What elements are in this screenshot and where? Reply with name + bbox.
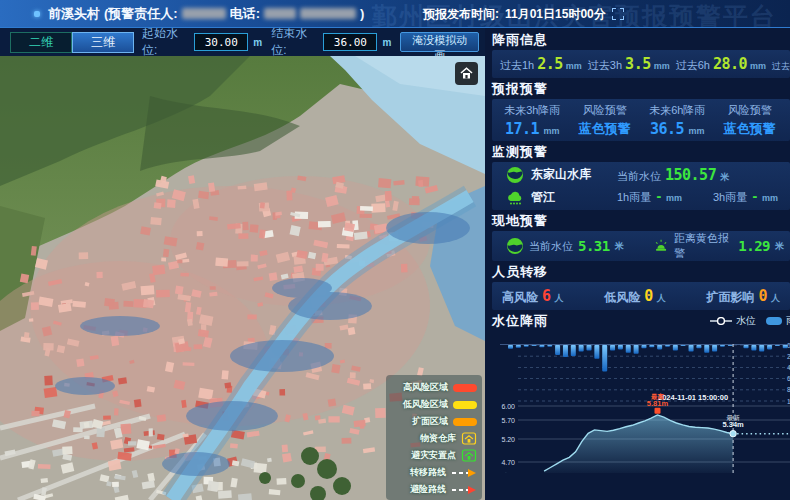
legend-low-risk: 低风险区域 [391,398,477,411]
start-level-label: 起始水位: [142,25,189,59]
flood-simulation-button[interactable]: 淹没模拟动画 [400,32,479,52]
map-legend: 高风险区域 低风险区域 扩面区域 物资仓库 [386,375,482,500]
transfer-panel: 高风险 6 人 低风险 0 人 扩面影响 0 人 [492,282,790,310]
chart-legend: 水位 雨量 [710,314,790,328]
village-title: 前溪头村 (预警责任人: 电话: ) [48,5,364,23]
end-unit: m [382,37,391,48]
svg-text:5.34m: 5.34m [722,420,744,429]
expand-area-swatch [453,418,477,426]
publish-time-value: 11月01日15时00分 [505,6,606,23]
forecast-risk-label-1: 风险预警 [569,103,642,118]
legend-rainfall: 雨量 [766,314,790,328]
legend-water-level: 水位 [710,314,756,328]
legend-high-risk: 高风险区域 [391,381,477,394]
transfer-section-title: 人员转移 [492,263,790,280]
svg-text:5.20: 5.20 [501,436,515,443]
legend-expand-area: 扩面区域 [391,415,477,428]
forecast-panel: 未来3h降雨 风险预警 未来6h降雨 风险预警 17.1 mm 蓝色预警 36.… [492,99,790,141]
chart-header: 水位降雨 水位 雨量 [492,310,790,331]
rain-3h: 过去3h 3.5 mm [588,55,670,73]
blue-warning-badge-1: 蓝色预警 [569,120,642,138]
legend-shelter: 避灾安置点 [391,449,477,462]
shelter-house-icon [461,449,477,462]
water-level-rainfall-chart[interactable]: 6.005.705.204.700204060801002024-11-01 1… [492,331,790,473]
water-level-controls: 起始水位: m 结束水位: m 淹没模拟动画 [142,25,479,59]
transfer-high-risk: 高风险 6 人 [502,287,564,306]
home-icon [460,67,473,80]
water-level-icon [506,237,524,255]
left-column: 二维 三维 起始水位: m 结束水位: m 淹没模拟动画 [0,28,485,500]
svg-text:5.81m: 5.81m [647,399,669,408]
transfer-expand: 扩面影响 0 人 [706,287,780,306]
legend-escape-route: 避险路线 [391,483,477,496]
forecast-section-title: 预报预警 [492,80,790,97]
fullscreen-icon[interactable] [612,8,624,20]
rain-cloud-icon [506,189,524,207]
escape-route-arrow-icon [451,485,477,495]
end-level-label: 结束水位: [271,25,318,59]
map-toolbar: 二维 三维 起始水位: m 结束水位: m 淹没模拟动画 [0,28,485,56]
alarm-siren-icon [653,237,669,255]
start-unit: m [253,37,262,48]
flood-warning-dashboard: 鄞州区村级山洪灾害预报预警平台 前溪头村 (预警责任人: 电话: ) 预报发布时… [0,0,790,500]
chart-section-title: 水位降雨 [492,312,548,329]
onsite-water-level: 当前水位 5.31 米 [506,237,645,255]
responsible-label: (预警责任人: [104,5,178,23]
reservoir-icon [506,166,524,184]
onsite-panel: 当前水位 5.31 米 距离黄色报警 1.29 米 [492,231,790,261]
publish-time-label: 预报发布时间: [423,6,499,23]
forecast-6h-label: 未来6h降雨 [641,103,714,118]
warehouse-icon [461,432,477,445]
monitor-section-title: 监测预警 [492,143,790,160]
top-header: 鄞州区村级山洪灾害预报预警平台 前溪头村 (预警责任人: 电话: ) 预报发布时… [0,0,790,28]
map-home-button[interactable] [455,62,478,85]
water-level-line-icon [710,317,732,325]
monitor-row-reservoir: 东家山水库 当前水位 150.57 米 [506,165,784,185]
publish-time-block: 预报发布时间: 11月01日15时00分 [423,0,624,28]
phone-redacted-1 [264,8,296,19]
forecast-risk-label-2: 风险预警 [714,103,787,118]
station-3h-rain: 3h雨量 - mm [713,190,778,205]
reservoir-level: 当前水位 150.57 米 [617,166,729,184]
start-level-input[interactable] [194,33,248,51]
forecast-3h-value: 17.1 mm [496,120,569,138]
paren-close: ) [360,6,364,21]
svg-text:4.70: 4.70 [501,459,515,466]
onsite-alarm-distance: 距离黄色报警 1.29 米 [653,231,784,261]
low-risk-swatch [453,401,477,409]
rainfall-panel: 过去1h 2.5 mm 过去3h 3.5 mm 过去6h 28.0 mm 过去2… [492,50,790,78]
station-1h-rain: 1h雨量 - mm [617,190,713,205]
blue-warning-badge-2: 蓝色预警 [714,120,787,138]
monitor-row-station: 管江 1h雨量 - mm 3h雨量 - mm [506,188,784,208]
monitor-panel: 东家山水库 当前水位 150.57 米 管江 1h雨量 - [492,162,790,210]
rain-24h: 过去24h 220.0 mm [772,55,790,73]
tab-3d[interactable]: 三维 [72,32,134,53]
svg-text:6.00: 6.00 [501,403,515,410]
tab-2d[interactable]: 二维 [10,32,72,53]
onsite-section-title: 现地预警 [492,212,790,229]
view-tabs: 二维 三维 [10,32,134,53]
responsible-name-redacted [182,8,226,19]
legend-warehouse: 物资仓库 [391,432,477,445]
transfer-low-risk: 低风险 0 人 [604,287,666,306]
phone-label: 电话: [230,5,260,23]
rain-1h: 过去1h 2.5 mm [500,55,582,73]
legend-transfer-route: 转移路线 [391,466,477,479]
map-3d-view[interactable]: 高风险区域 低风险区域 扩面区域 物资仓库 [0,56,485,500]
svg-text:5.70: 5.70 [501,417,515,424]
station-name: 管江 [531,189,617,206]
svg-text:2024-11-01 15:00:00: 2024-11-01 15:00:00 [658,393,728,402]
end-level-input[interactable] [323,33,377,51]
rainfall-section-title: 降雨信息 [492,31,790,48]
forecast-3h-label: 未来3h降雨 [496,103,569,118]
info-panel: 降雨信息 过去1h 2.5 mm 过去3h 3.5 mm 过去6h 28.0 m… [485,28,790,500]
forecast-6h-value: 36.5 mm [641,120,714,138]
rainfall-bar-icon [766,317,782,325]
transfer-route-arrow-icon [451,468,477,478]
village-name: 前溪头村 [48,5,100,23]
bullet-icon [34,11,40,17]
high-risk-swatch [453,384,477,392]
rain-6h: 过去6h 28.0 mm [676,55,766,73]
phone-redacted-2 [300,8,356,19]
reservoir-name: 东家山水库 [531,166,617,183]
